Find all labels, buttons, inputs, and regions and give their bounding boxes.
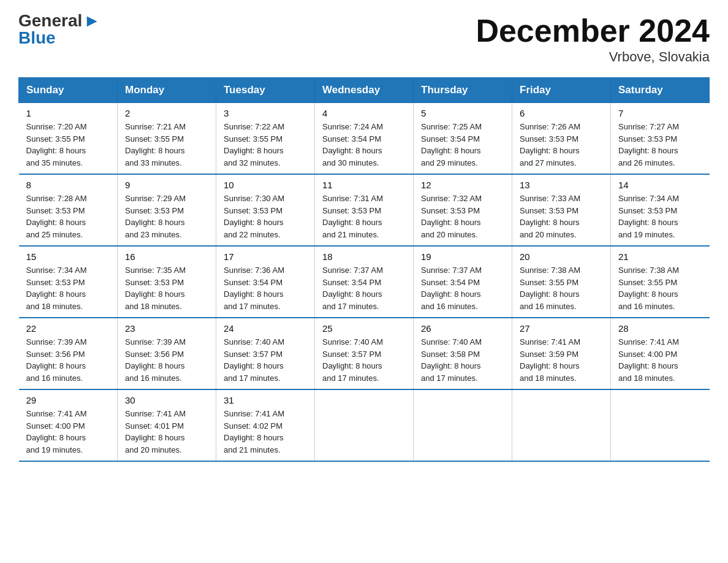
day-info: Sunrise: 7:30 AM Sunset: 3:53 PM Dayligh…	[224, 193, 307, 240]
day-number: 4	[322, 108, 406, 118]
table-row	[611, 389, 710, 461]
day-info: Sunrise: 7:41 AM Sunset: 4:00 PM Dayligh…	[26, 408, 110, 456]
logo: General ► Blue	[18, 12, 100, 47]
day-number: 12	[421, 180, 504, 190]
day-info: Sunrise: 7:32 AM Sunset: 3:53 PM Dayligh…	[421, 193, 504, 240]
header-friday: Friday	[512, 78, 611, 103]
table-row: 29 Sunrise: 7:41 AM Sunset: 4:00 PM Dayl…	[19, 389, 118, 461]
day-number: 14	[618, 180, 702, 190]
calendar-body: 1 Sunrise: 7:20 AM Sunset: 3:55 PM Dayli…	[19, 103, 710, 462]
table-row: 19 Sunrise: 7:37 AM Sunset: 3:54 PM Dayl…	[414, 246, 512, 318]
table-row: 22 Sunrise: 7:39 AM Sunset: 3:56 PM Dayl…	[19, 318, 118, 389]
day-info: Sunrise: 7:27 AM Sunset: 3:53 PM Dayligh…	[618, 121, 702, 169]
day-number: 26	[421, 323, 504, 334]
day-number: 6	[520, 108, 603, 118]
table-row: 8 Sunrise: 7:28 AM Sunset: 3:53 PM Dayli…	[19, 174, 118, 246]
day-info: Sunrise: 7:33 AM Sunset: 3:53 PM Dayligh…	[520, 193, 603, 240]
day-info: Sunrise: 7:37 AM Sunset: 3:54 PM Dayligh…	[421, 264, 504, 312]
day-number: 15	[26, 251, 110, 262]
day-number: 23	[125, 323, 208, 334]
day-number: 24	[224, 323, 307, 334]
day-number: 22	[26, 323, 110, 334]
day-number: 3	[224, 108, 307, 118]
day-number: 28	[618, 323, 702, 334]
table-row: 28 Sunrise: 7:41 AM Sunset: 4:00 PM Dayl…	[611, 318, 710, 389]
day-number: 2	[125, 108, 208, 118]
table-row: 18 Sunrise: 7:37 AM Sunset: 3:54 PM Dayl…	[315, 246, 414, 318]
day-info: Sunrise: 7:40 AM Sunset: 3:57 PM Dayligh…	[322, 336, 406, 384]
day-number: 11	[322, 180, 406, 190]
header-thursday: Thursday	[414, 78, 512, 103]
day-number: 25	[322, 323, 406, 334]
day-info: Sunrise: 7:39 AM Sunset: 3:56 PM Dayligh…	[125, 336, 208, 384]
day-info: Sunrise: 7:39 AM Sunset: 3:56 PM Dayligh…	[26, 336, 110, 384]
table-row: 25 Sunrise: 7:40 AM Sunset: 3:57 PM Dayl…	[315, 318, 414, 389]
day-info: Sunrise: 7:25 AM Sunset: 3:54 PM Dayligh…	[421, 121, 504, 169]
day-info: Sunrise: 7:35 AM Sunset: 3:53 PM Dayligh…	[125, 264, 208, 312]
calendar-table: Sunday Monday Tuesday Wednesday Thursday…	[18, 77, 710, 462]
day-number: 29	[26, 395, 110, 405]
table-row: 16 Sunrise: 7:35 AM Sunset: 3:53 PM Dayl…	[118, 246, 216, 318]
logo-blue-text: Blue	[18, 29, 100, 47]
day-info: Sunrise: 7:34 AM Sunset: 3:53 PM Dayligh…	[26, 264, 110, 312]
day-info: Sunrise: 7:29 AM Sunset: 3:53 PM Dayligh…	[125, 193, 208, 240]
month-title: December 2024	[476, 12, 710, 49]
table-row: 14 Sunrise: 7:34 AM Sunset: 3:53 PM Dayl…	[611, 174, 710, 246]
day-info: Sunrise: 7:21 AM Sunset: 3:55 PM Dayligh…	[125, 121, 208, 169]
header-saturday: Saturday	[611, 78, 710, 103]
table-row: 13 Sunrise: 7:33 AM Sunset: 3:53 PM Dayl…	[512, 174, 611, 246]
header-sunday: Sunday	[19, 78, 118, 103]
day-number: 8	[26, 180, 110, 190]
day-number: 9	[125, 180, 208, 190]
location: Vrbove, Slovakia	[476, 49, 710, 65]
title-block: December 2024 Vrbove, Slovakia	[476, 12, 710, 65]
table-row	[315, 389, 414, 461]
day-number: 19	[421, 251, 504, 262]
table-row: 11 Sunrise: 7:31 AM Sunset: 3:53 PM Dayl…	[315, 174, 414, 246]
table-row: 6 Sunrise: 7:26 AM Sunset: 3:53 PM Dayli…	[512, 103, 611, 175]
day-number: 27	[520, 323, 603, 334]
day-info: Sunrise: 7:28 AM Sunset: 3:53 PM Dayligh…	[26, 193, 110, 240]
header-tuesday: Tuesday	[216, 78, 315, 103]
day-info: Sunrise: 7:26 AM Sunset: 3:53 PM Dayligh…	[520, 121, 603, 169]
table-row: 12 Sunrise: 7:32 AM Sunset: 3:53 PM Dayl…	[414, 174, 512, 246]
table-row: 30 Sunrise: 7:41 AM Sunset: 4:01 PM Dayl…	[118, 389, 216, 461]
table-row: 10 Sunrise: 7:30 AM Sunset: 3:53 PM Dayl…	[216, 174, 315, 246]
header-wednesday: Wednesday	[315, 78, 414, 103]
day-info: Sunrise: 7:36 AM Sunset: 3:54 PM Dayligh…	[224, 264, 307, 312]
day-info: Sunrise: 7:34 AM Sunset: 3:53 PM Dayligh…	[618, 193, 702, 240]
logo-triangle-icon: ►	[83, 12, 100, 29]
table-row: 7 Sunrise: 7:27 AM Sunset: 3:53 PM Dayli…	[611, 103, 710, 175]
day-number: 18	[322, 251, 406, 262]
day-info: Sunrise: 7:37 AM Sunset: 3:54 PM Dayligh…	[322, 264, 406, 312]
table-row: 26 Sunrise: 7:40 AM Sunset: 3:58 PM Dayl…	[414, 318, 512, 389]
day-info: Sunrise: 7:41 AM Sunset: 4:02 PM Dayligh…	[224, 408, 307, 456]
day-info: Sunrise: 7:38 AM Sunset: 3:55 PM Dayligh…	[618, 264, 702, 312]
day-number: 16	[125, 251, 208, 262]
day-number: 1	[26, 108, 110, 118]
table-row: 9 Sunrise: 7:29 AM Sunset: 3:53 PM Dayli…	[118, 174, 216, 246]
day-number: 13	[520, 180, 603, 190]
day-number: 5	[421, 108, 504, 118]
day-info: Sunrise: 7:22 AM Sunset: 3:55 PM Dayligh…	[224, 121, 307, 169]
table-row	[414, 389, 512, 461]
day-info: Sunrise: 7:20 AM Sunset: 3:55 PM Dayligh…	[26, 121, 110, 169]
table-row: 21 Sunrise: 7:38 AM Sunset: 3:55 PM Dayl…	[611, 246, 710, 318]
table-row: 23 Sunrise: 7:39 AM Sunset: 3:56 PM Dayl…	[118, 318, 216, 389]
day-number: 20	[520, 251, 603, 262]
day-info: Sunrise: 7:40 AM Sunset: 3:57 PM Dayligh…	[224, 336, 307, 384]
day-number: 21	[618, 251, 702, 262]
header-monday: Monday	[118, 78, 216, 103]
table-row: 4 Sunrise: 7:24 AM Sunset: 3:54 PM Dayli…	[315, 103, 414, 175]
day-info: Sunrise: 7:41 AM Sunset: 4:01 PM Dayligh…	[125, 408, 208, 456]
day-info: Sunrise: 7:41 AM Sunset: 4:00 PM Dayligh…	[618, 336, 702, 384]
day-info: Sunrise: 7:24 AM Sunset: 3:54 PM Dayligh…	[322, 121, 406, 169]
day-number: 7	[618, 108, 702, 118]
day-number: 17	[224, 251, 307, 262]
day-number: 31	[224, 395, 307, 405]
day-number: 10	[224, 180, 307, 190]
day-info: Sunrise: 7:38 AM Sunset: 3:55 PM Dayligh…	[520, 264, 603, 312]
table-row: 24 Sunrise: 7:40 AM Sunset: 3:57 PM Dayl…	[216, 318, 315, 389]
table-row: 1 Sunrise: 7:20 AM Sunset: 3:55 PM Dayli…	[19, 103, 118, 175]
day-info: Sunrise: 7:41 AM Sunset: 3:59 PM Dayligh…	[520, 336, 603, 384]
